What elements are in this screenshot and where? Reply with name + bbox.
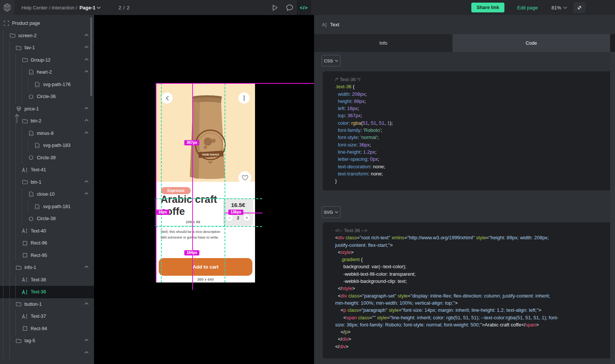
add-to-cart-button[interactable]: Add to cart [159,258,252,276]
layer-row-screen-2[interactable]: screen-2 [0,30,94,42]
code-line: </div> [335,343,606,350]
breadcrumb-current-page[interactable]: Page-1 [79,5,101,11]
layer-label: screen-2 [18,33,37,38]
collapse-chevron-icon[interactable] [84,33,89,36]
tree-indent-guide [22,91,28,103]
quantity-minus-button[interactable]: − [226,214,233,221]
tab-code[interactable]: Code [453,34,610,52]
layer-row-partial-27[interactable] [0,347,94,359]
layer-row-info-1[interactable]: info-1 [0,261,94,274]
css-language-dropdown[interactable]: CSS [322,55,340,66]
svg-language-dropdown[interactable]: SVG [322,206,340,218]
layer-row-svg-path-176[interactable]: svg-path-176 [0,79,94,91]
layer-row-Text-40[interactable]: Text-40 [0,225,94,237]
tab-info[interactable]: Info [314,34,453,52]
breadcrumb[interactable]: Help Center / Interaction / Page-1 [21,0,101,15]
layer-row-Circle-38[interactable]: Circle-38 [0,213,94,225]
layer-row-Group-12[interactable]: Group-12 [0,54,94,66]
quantity-plus-button[interactable]: + [243,214,250,221]
tree-indent-guide [3,139,9,152]
product-tag-badge[interactable]: Expresso [161,187,191,194]
collapse-chevron-icon[interactable] [84,351,89,354]
layer-row-Text-36[interactable]: Text-36 [0,286,94,298]
code-mode-button[interactable]: </> [297,0,311,15]
tree-indent-guide [3,310,9,323]
collapse-chevron-icon[interactable] [84,302,89,305]
product-description: Well, this should be a nice description … [161,229,240,240]
collapse-chevron-icon[interactable] [84,131,89,134]
tree-indent-guide [9,323,16,335]
tree-indent-guide [22,152,28,164]
collapse-chevron-icon[interactable] [84,70,89,73]
layer-row-svg-path-183[interactable]: svg-path-183 [0,139,94,152]
layer-row-Text-37[interactable]: Text-37 [0,310,94,323]
tree-indent-guide [15,139,22,152]
tree-indent-guide [9,79,16,91]
favorite-button[interactable] [238,171,251,184]
tree-indent-guide [15,249,22,262]
file-icon [35,82,39,87]
file-icon [29,131,33,136]
code-line: text-decoration: none; [335,163,606,170]
back-button[interactable] [161,92,173,104]
layer-row-Circle-39[interactable]: Circle-39 [0,152,94,164]
layer-row-tag-5[interactable]: tag-5 [0,335,94,347]
layer-row-Rect-94[interactable]: Rect-94 [0,323,94,335]
collapse-chevron-icon[interactable] [84,58,89,61]
inspector-scrollbar[interactable] [610,15,615,364]
layer-row-btn-1[interactable]: btn-1 [0,176,94,189]
design-canvas[interactable]: NABI NAHUI Expresso Arabic craft coffe 2… [94,15,314,364]
layer-row-fav-1[interactable]: fav-1 [0,42,94,54]
scrollbar-thumb[interactable] [610,34,615,52]
layer-label: info-1 [24,265,36,270]
collapse-chevron-icon[interactable] [84,180,89,183]
code-line: </style> [335,285,606,292]
code-line: <p class="paragraph" style="font-size: 1… [335,307,606,314]
code-line: line-height: 1.2px; [335,148,606,156]
css-code-block[interactable]: /* Text-36 */.text-36 { width: 208px; he… [323,71,612,190]
edit-page-link[interactable]: Edit page [517,0,538,15]
code-line: font-family: 'Roboto'; [335,127,606,134]
layer-label: price-1 [24,106,39,112]
collapse-chevron-icon[interactable] [84,265,89,268]
share-link-button[interactable]: Share link [471,3,504,12]
layer-row-Text-38[interactable]: Text-38 [0,274,94,286]
layer-row-svg-path-181[interactable]: svg-path-181 [0,201,94,213]
svg-code-block[interactable]: <!-- Text-36 --><div class="root rich-te… [323,222,612,358]
collapse-chevron-icon[interactable] [84,107,89,110]
code-line: left: 16px; [335,105,606,112]
layer-row-Circle-36[interactable]: Circle-36 [0,91,94,103]
tree-indent-guide [22,188,28,201]
layer-row-Product page[interactable]: Product page [0,17,94,30]
app-logo[interactable] [0,0,14,15]
text-icon [22,228,28,233]
layer-row-minus-8[interactable]: minus-8 [0,127,94,140]
collapse-chevron-icon[interactable] [84,45,89,48]
collapse-chevron-icon[interactable] [84,338,89,341]
layers-panel: Product pagescreen-2fav-1Group-12heart-2… [0,15,94,364]
layer-row-button-1[interactable]: button-1 [0,298,94,311]
tree-indent-guide [3,201,9,213]
measure-line-top [156,83,314,84]
layer-label: Text-40 [31,228,46,234]
layer-row-heart-2[interactable]: heart-2 [0,66,94,79]
sidebar-scrollbar[interactable] [90,17,92,96]
layer-row-Text-41[interactable]: Text-41 [0,164,94,176]
layer-row-close-10[interactable]: close-10 [0,188,94,201]
comments-button[interactable] [282,0,297,15]
rect-icon [23,253,27,258]
chevron-down-icon [563,6,567,9]
scrollbar-corner [610,15,615,34]
play-button[interactable] [268,0,282,15]
zoom-level-dropdown[interactable]: 81% [551,0,567,15]
more-options-button[interactable] [238,92,250,104]
tree-indent-guide [3,164,9,176]
collapse-chevron-icon[interactable] [84,192,89,195]
tree-indent-guide [3,347,9,359]
layer-row-Rect-95[interactable]: Rect-95 [0,249,94,262]
layer-row-Rect-96[interactable]: Rect-96 [0,237,94,249]
product-page-frame[interactable]: NABI NAHUI Expresso Arabic craft coffe 2… [156,83,255,282]
collapse-chevron-icon[interactable] [84,119,89,122]
frame-icon [4,21,9,26]
fullscreen-button[interactable] [574,2,585,13]
